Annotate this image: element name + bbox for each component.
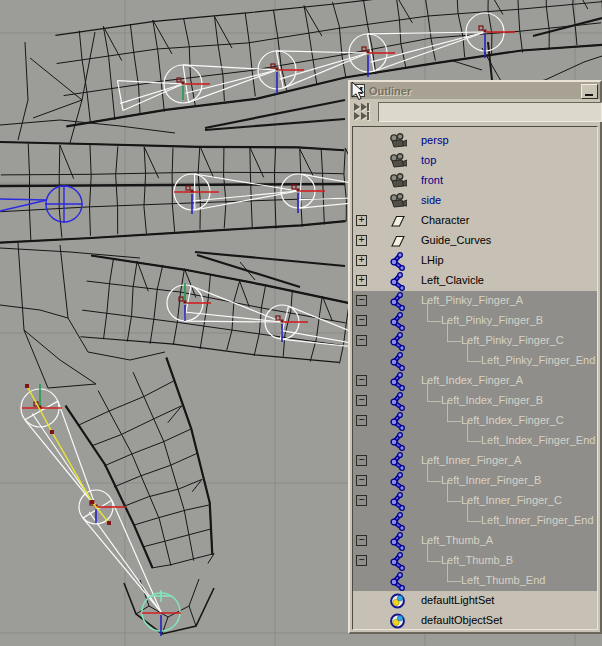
transform-icon	[389, 232, 407, 251]
outliner-row[interactable]: side	[353, 191, 597, 211]
camera-icon	[389, 192, 407, 211]
joint-icon	[389, 532, 407, 551]
node-label: Left_Thumb_End	[461, 574, 545, 586]
tree-connector	[447, 401, 461, 422]
outliner-row[interactable]: persp	[353, 131, 597, 151]
node-label: top	[421, 154, 436, 166]
tree-connector	[427, 461, 441, 482]
joint-icon	[389, 292, 407, 311]
outliner-row[interactable]: − Left_Pinky_Finger_B	[353, 311, 597, 331]
outliner-row[interactable]: Left_Thumb_End	[353, 571, 597, 591]
outliner-row[interactable]: + Character	[353, 211, 597, 231]
outliner-row[interactable]: defaultObjectSet	[353, 611, 597, 630]
expand-toggle[interactable]: −	[356, 335, 367, 346]
tree-connector	[447, 561, 461, 582]
joint-icon	[389, 332, 407, 351]
expand-toggle[interactable]: −	[356, 295, 367, 306]
expand-toggle[interactable]: −	[356, 475, 367, 486]
node-label: Left_Clavicle	[421, 274, 484, 286]
node-label: defaultLightSet	[421, 594, 494, 606]
camera-icon	[389, 172, 407, 191]
node-label: persp	[421, 134, 449, 146]
joint-icon	[389, 432, 407, 451]
outliner-row[interactable]: + Left_Clavicle	[353, 271, 597, 291]
joint-icon	[389, 552, 407, 571]
expand-toggle[interactable]: −	[356, 375, 367, 386]
screen: { "window": { "title": "Outliner", "mini…	[0, 0, 602, 646]
joint-icon	[389, 512, 407, 531]
joint-icon	[389, 492, 407, 511]
outliner-row[interactable]: + Guide_Curves	[353, 231, 597, 251]
outliner-titlebar[interactable]: M Outliner	[350, 82, 600, 99]
outliner-row[interactable]: defaultLightSet	[353, 591, 597, 611]
node-label: LHip	[421, 254, 444, 266]
expand-toggle[interactable]: −	[356, 535, 367, 546]
expand-toggle[interactable]: −	[356, 395, 367, 406]
joint-icon	[389, 252, 407, 271]
outliner-filter-icon[interactable]	[353, 102, 375, 122]
outliner-row[interactable]: − Left_Inner_Finger_B	[353, 471, 597, 491]
outliner-window: M Outliner persp	[348, 80, 602, 634]
expand-toggle[interactable]: +	[356, 255, 367, 266]
outliner-row[interactable]: Left_Inner_Finger_End	[353, 511, 597, 531]
joint-icon	[389, 412, 407, 431]
tree-connector	[427, 541, 441, 562]
camera-icon	[389, 132, 407, 151]
outliner-row[interactable]: − Left_Pinky_Finger_A	[353, 291, 597, 311]
tree-connector	[447, 321, 461, 342]
minimize-icon	[585, 94, 593, 96]
tree-connector	[427, 381, 441, 402]
tree-connector	[467, 341, 481, 362]
mouse-cursor	[350, 81, 368, 103]
joint-icon	[389, 392, 407, 411]
outliner-row[interactable]: − Left_Index_Finger_B	[353, 391, 597, 411]
expand-toggle[interactable]: +	[356, 275, 367, 286]
outliner-row[interactable]: − Left_Thumb_B	[353, 551, 597, 571]
node-label: defaultObjectSet	[421, 614, 502, 626]
outliner-row[interactable]: front	[353, 171, 597, 191]
expand-toggle[interactable]: +	[356, 215, 367, 226]
node-label: Character	[421, 214, 469, 226]
outliner-row[interactable]: top	[353, 151, 597, 171]
outliner-row[interactable]: + LHip	[353, 251, 597, 271]
joint-icon	[389, 472, 407, 491]
tree-connector	[427, 301, 441, 322]
window-title: Outliner	[369, 85, 411, 97]
minimize-button[interactable]	[581, 84, 598, 99]
transform-icon	[389, 212, 407, 231]
node-label: Guide_Curves	[421, 234, 491, 246]
expand-toggle[interactable]: −	[356, 315, 367, 326]
node-label: Left_Pinky_Finger_End	[481, 354, 595, 366]
outliner-row[interactable]: Left_Index_Finger_End	[353, 431, 597, 451]
expand-toggle[interactable]: −	[356, 455, 367, 466]
joint-icon	[389, 452, 407, 471]
tree-connector	[447, 481, 461, 502]
node-label: side	[421, 194, 441, 206]
outliner-row[interactable]: − Left_Inner_Finger_A	[353, 451, 597, 471]
joint-icon	[389, 352, 407, 371]
outliner-toolbar	[350, 99, 600, 126]
node-label: Left_Inner_Finger_End	[481, 514, 594, 526]
outliner-rows: persp top front	[352, 126, 598, 630]
node-label: front	[421, 174, 443, 186]
joint-icon	[389, 272, 407, 291]
joint-icon	[389, 372, 407, 391]
tree-connector	[467, 421, 481, 442]
expand-toggle[interactable]: +	[356, 235, 367, 246]
outliner-filter-input[interactable]	[378, 102, 602, 122]
expand-toggle[interactable]: −	[356, 495, 367, 506]
tree-connector	[467, 501, 481, 522]
set-icon	[389, 612, 407, 630]
joint-icon	[389, 572, 407, 591]
outliner-row[interactable]: − Left_Thumb_A	[353, 531, 597, 551]
outliner-row[interactable]: Left_Pinky_Finger_End	[353, 351, 597, 371]
camera-icon	[389, 152, 407, 171]
set-icon	[389, 592, 407, 611]
expand-toggle[interactable]: −	[356, 555, 367, 566]
joint-icon	[389, 312, 407, 331]
expand-toggle[interactable]: −	[356, 415, 367, 426]
outliner-row[interactable]: − Left_Index_Finger_A	[353, 371, 597, 391]
node-label: Left_Index_Finger_End	[481, 434, 595, 446]
